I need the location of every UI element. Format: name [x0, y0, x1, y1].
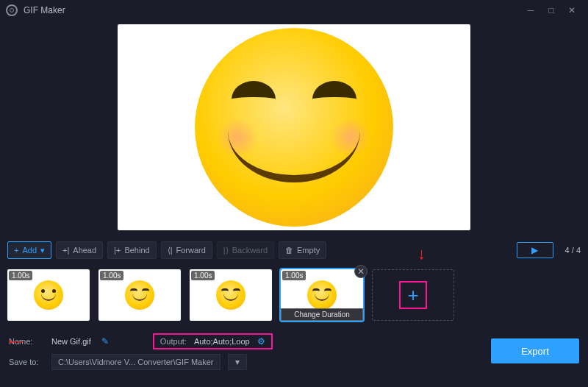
frame-thumbnail[interactable]: 1.00s [190, 269, 272, 321]
add-frame-highlight: + [399, 281, 427, 309]
output-label: Output: [160, 337, 187, 346]
app-logo-icon [6, 4, 18, 16]
ahead-button[interactable]: +| Ahead [56, 241, 103, 259]
name-label: Name: [9, 337, 44, 346]
trash-icon: 🗑 [285, 246, 293, 255]
output-value: Auto;Auto;Loop [194, 337, 250, 346]
remove-frame-button[interactable]: ✕ [354, 265, 368, 278]
change-duration-button[interactable]: Change Duration [281, 308, 363, 321]
forward-label: Forward [176, 246, 206, 255]
plus-icon: + [407, 284, 418, 307]
saveto-path-field[interactable]: C:\Users\Vidmore V... Converter\GIF Make… [51, 354, 220, 370]
chevron-down-icon: ▾ [40, 246, 45, 255]
ahead-label: Ahead [73, 246, 96, 255]
output-settings-button[interactable]: ⚙ [257, 336, 265, 347]
frame-duration: 1.00s [282, 271, 306, 280]
frame-thumbnail[interactable]: 1.00s [7, 269, 90, 321]
add-label: Add [22, 246, 37, 255]
saveto-dropdown[interactable]: ▾ [228, 354, 247, 370]
frame-duration: 1.00s [9, 271, 32, 280]
plus-icon: + [14, 246, 18, 255]
app-title: GIF Maker [24, 5, 65, 15]
add-button[interactable]: + Add ▾ [7, 241, 51, 259]
saveto-label: Save to: [9, 358, 44, 366]
emoji-face-icon [195, 28, 393, 227]
play-button[interactable]: ▶ [517, 242, 553, 258]
frame-thumbnail[interactable]: 1.00s [98, 269, 181, 321]
behind-label: Behind [124, 246, 149, 255]
backward-icon: |⟩ [223, 246, 229, 255]
add-frame-slot[interactable]: + [372, 269, 454, 321]
emoji-thumb-icon [34, 280, 63, 310]
behind-icon: |+ [114, 246, 121, 255]
preview-image [118, 24, 470, 230]
total-frames: 4 [576, 246, 581, 255]
maximize-button[interactable]: □ [541, 3, 562, 18]
emoji-thumb-icon [125, 280, 154, 310]
ahead-icon: +| [62, 246, 69, 255]
behind-button[interactable]: |+ Behind [107, 241, 157, 259]
close-window-button[interactable]: ✕ [562, 3, 582, 18]
output-settings: Output: Auto;Auto;Loop ⚙ [153, 333, 273, 349]
preview-area [0, 21, 588, 234]
frame-counter: 4 / 4 [565, 246, 581, 255]
footer-panel: Name: New Gif.gif ✎ Output: Auto;Auto;Lo… [0, 324, 588, 378]
title-bar: GIF Maker ─ □ ✕ [0, 0, 588, 21]
frame-strip: 1.00s 1.00s 1.00s 1.00s ✕ Change Duratio… [0, 266, 588, 324]
forward-icon: ⟨| [168, 246, 173, 255]
name-value: New Gif.gif [51, 337, 91, 346]
frame-toolbar: + Add ▾ +| Ahead |+ Behind ⟨| Forward |⟩… [0, 238, 588, 262]
edit-name-button[interactable]: ✎ [101, 336, 109, 347]
backward-button[interactable]: |⟩ Backward [217, 241, 274, 259]
empty-button[interactable]: 🗑 Empty [279, 241, 326, 259]
frame-duration: 1.00s [100, 271, 123, 280]
export-button[interactable]: Export [491, 338, 579, 363]
frame-thumbnail[interactable]: 1.00s ✕ Change Duration [281, 269, 363, 321]
backward-label: Backward [232, 246, 268, 255]
empty-label: Empty [297, 246, 320, 255]
minimize-button[interactable]: ─ [520, 3, 541, 18]
chevron-down-icon: ▾ [235, 357, 240, 367]
frame-duration: 1.00s [191, 271, 215, 280]
emoji-thumb-icon [307, 280, 337, 310]
forward-button[interactable]: ⟨| Forward [161, 241, 212, 259]
play-icon: ▶ [531, 245, 538, 255]
emoji-thumb-icon [216, 280, 245, 310]
